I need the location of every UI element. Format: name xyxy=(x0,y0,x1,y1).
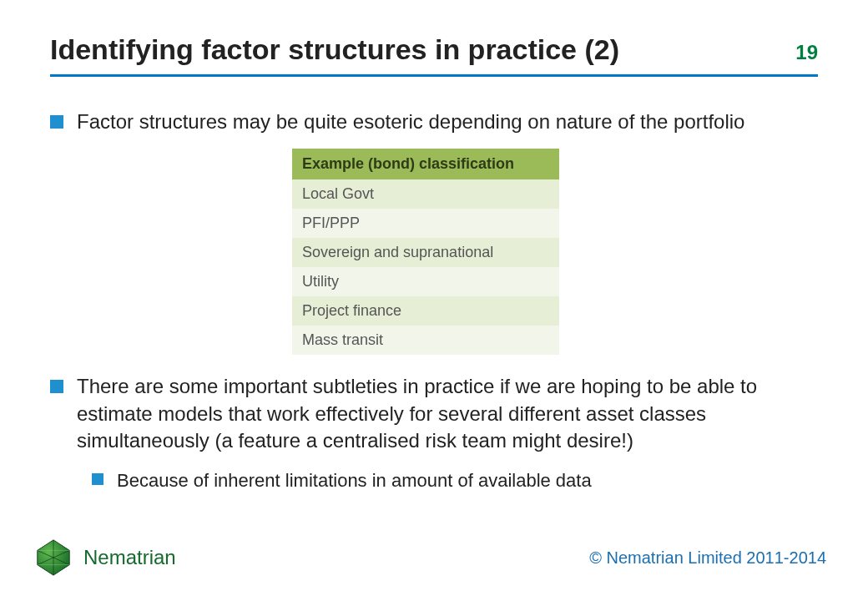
table-cell: Utility xyxy=(292,267,559,296)
bullet-text: Factor structures may be quite esoteric … xyxy=(77,109,744,135)
page-number: 19 xyxy=(795,41,818,64)
table-header-row: Example (bond) classification xyxy=(292,149,559,179)
classification-table-wrap: Example (bond) classification Local Govt… xyxy=(292,149,818,355)
sub-bullet-text: Because of inherent limitations in amoun… xyxy=(117,468,592,493)
table-row: Utility xyxy=(292,267,559,296)
table-cell: Local Govt xyxy=(292,179,559,209)
bullet-text: There are some important subtleties in p… xyxy=(77,373,818,454)
table-header-cell: Example (bond) classification xyxy=(292,149,559,179)
sub-bullet-item: Because of inherent limitations in amoun… xyxy=(92,468,818,493)
table-row: Sovereign and supranational xyxy=(292,238,559,267)
table-row: Local Govt xyxy=(292,179,559,209)
classification-table: Example (bond) classification Local Govt… xyxy=(292,149,559,355)
title-divider xyxy=(50,74,818,77)
table-row: PFI/PPP xyxy=(292,209,559,238)
table-row: Mass transit xyxy=(292,326,559,355)
brand: Nematrian xyxy=(33,538,176,578)
table-row: Project finance xyxy=(292,296,559,326)
brand-name: Nematrian xyxy=(83,546,176,569)
page-title: Identifying factor structures in practic… xyxy=(50,33,619,66)
bullet-item: Factor structures may be quite esoteric … xyxy=(50,109,818,135)
table-cell: Sovereign and supranational xyxy=(292,238,559,267)
table-cell: PFI/PPP xyxy=(292,209,559,238)
logo-icon xyxy=(33,538,73,578)
square-bullet-icon xyxy=(50,115,63,129)
table-cell: Mass transit xyxy=(292,326,559,355)
header: Identifying factor structures in practic… xyxy=(0,0,868,77)
bullet-item: There are some important subtleties in p… xyxy=(50,373,818,454)
square-bullet-icon xyxy=(50,380,63,393)
table-cell: Project finance xyxy=(292,296,559,326)
header-row: Identifying factor structures in practic… xyxy=(50,33,818,66)
square-bullet-icon xyxy=(92,473,103,485)
content: Factor structures may be quite esoteric … xyxy=(0,83,868,492)
slide: Identifying factor structures in practic… xyxy=(0,0,868,601)
copyright: © Nematrian Limited 2011-2014 xyxy=(589,548,826,568)
footer: Nematrian © Nematrian Limited 2011-2014 xyxy=(33,538,826,578)
